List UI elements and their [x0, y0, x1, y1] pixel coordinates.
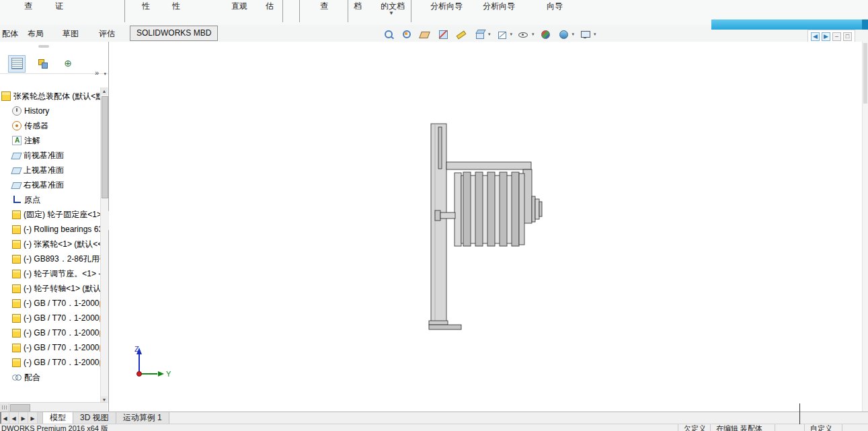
ribbon-button-label[interactable]: 向导 — [547, 1, 563, 12]
displaymanager-tab[interactable]: ⊕ — [59, 55, 77, 73]
panel-caret-button[interactable]: ▾ — [104, 71, 106, 77]
plane-icon — [11, 167, 22, 174]
component-icon — [12, 299, 21, 308]
ribbon-tab-assembly[interactable]: 配体 — [0, 27, 24, 40]
tree-item[interactable]: History — [1, 104, 101, 118]
ribbon-button-label[interactable]: 查 — [320, 1, 328, 12]
tree-item[interactable]: 右视基准面 — [1, 178, 101, 192]
ribbon-tab-solidworks-mbd[interactable]: SOLIDWORKS MBD — [130, 26, 218, 41]
scrollbar-thumb[interactable] — [102, 96, 108, 198]
tree-item-label: 原点 — [24, 194, 40, 206]
hide-show-items-button[interactable] — [515, 27, 531, 42]
app-window: 查 证 性 性 直观 估 查 档 的文档 ▼ 分析向导 分析向导 向导 配体 布… — [0, 0, 868, 431]
apply-scene-button[interactable] — [555, 27, 571, 42]
tree-item[interactable]: (-) 张紧轮<1> (默认<< — [1, 237, 101, 251]
tree-item[interactable]: 上视基准面 — [1, 163, 101, 178]
ribbon-tab-layout[interactable]: 布局 — [22, 27, 50, 40]
panel-overflow-button[interactable]: » — [95, 69, 99, 77]
ribbon-button-label[interactable]: 性 — [172, 1, 180, 12]
tree-item[interactable]: (-) GB / T70．1-2000内 — [1, 340, 101, 355]
featuremanager-tab[interactable] — [8, 55, 26, 73]
tree-item-label: (-) GB893．2-86孔用弹 — [24, 253, 101, 265]
tab-motion-study[interactable]: 运动算例 1 — [116, 412, 169, 424]
tree-item[interactable]: 注解 — [1, 133, 101, 148]
viewport-vertical-scrollbar[interactable] — [862, 42, 868, 412]
dropdown-arrow-icon[interactable]: ▾ — [572, 32, 575, 37]
ribbon-button-label[interactable]: 性 — [142, 1, 150, 12]
panel-horizontal-scrollbar[interactable] — [0, 402, 108, 412]
scrollbar-thumb[interactable] — [863, 43, 867, 104]
restore-button[interactable]: □ — [843, 32, 852, 41]
ribbon-tab-sketch[interactable]: 草图 — [56, 27, 85, 40]
tree-item[interactable]: 原点 — [1, 192, 101, 207]
annotations-icon — [12, 136, 22, 145]
tree-item[interactable]: (-) Rolling bearings 63 — [1, 222, 101, 237]
ribbon-button-label[interactable]: 查 — [24, 1, 32, 12]
dropdown-arrow-icon[interactable]: ▾ — [488, 32, 491, 37]
display-style-button[interactable] — [494, 27, 510, 42]
tree-item[interactable]: (-) GB / T70．1-2000内 — [1, 311, 101, 325]
ribbon-button-label[interactable]: 证 — [55, 1, 63, 12]
panel-grip[interactable] — [38, 45, 49, 48]
component-icon — [12, 210, 21, 219]
tree-item[interactable]: (-) GB / T70．1-2000内 — [1, 355, 101, 370]
nav-back-button[interactable]: ◀ — [811, 32, 820, 41]
edit-appearance-button[interactable] — [537, 27, 553, 42]
first-tab-button[interactable]: ◀ — [0, 412, 9, 424]
tree-item[interactable]: (-) 轮子调节座。<1> -> — [1, 266, 101, 281]
last-tab-button[interactable]: ▶ — [28, 412, 38, 424]
tree-item-label: 注解 — [24, 135, 40, 147]
next-tab-button[interactable]: ▶ — [19, 412, 28, 424]
display-manager-icon: ⊕ — [63, 58, 73, 69]
ribbon-button-label[interactable]: 分析向导 — [430, 1, 463, 12]
tree-root-item[interactable]: 张紧轮总装配体 (默认<默认 — [1, 89, 101, 104]
ribbon-button-label[interactable]: 分析向导 — [483, 1, 515, 12]
dropdown-arrow-icon[interactable]: ▾ — [532, 32, 535, 37]
tree-item[interactable]: (-) 轮子转轴<1> (默认< — [1, 281, 101, 296]
tree-item[interactable]: (-) GB / T70．1-2000内 — [1, 296, 101, 311]
ribbon-button-label[interactable]: 估 — [266, 1, 274, 12]
minimize-button[interactable]: – — [832, 32, 841, 41]
model-3d-view: Z Y — [109, 42, 863, 412]
tree-item[interactable]: 传感器 — [1, 118, 101, 133]
scroll-up-button[interactable]: ▲ — [101, 87, 108, 95]
status-under-defined: 欠定义 — [678, 424, 710, 431]
zoom-fit-button[interactable] — [381, 27, 397, 42]
tab-model[interactable]: 模型 — [43, 412, 73, 424]
tree-item[interactable]: (固定) 轮子固定座<1> - — [1, 207, 101, 222]
stray-caret-line — [799, 403, 800, 424]
zoom-area-button[interactable] — [399, 27, 415, 42]
tree-item-label: 右视基准面 — [24, 180, 64, 191]
dropdown-arrow-icon[interactable]: ▾ — [594, 32, 596, 37]
model-shaft[interactable] — [532, 196, 542, 222]
configurationmanager-tab[interactable] — [34, 55, 51, 73]
triad-y-label: Y — [166, 370, 171, 378]
plane-icon — [11, 153, 22, 159]
dynamic-annotation-button[interactable] — [453, 27, 469, 42]
dynamic-annotation-icon — [456, 29, 467, 40]
view-settings-button[interactable] — [577, 27, 593, 42]
tree-item[interactable]: (-) GB / T70．1-2000内 — [1, 325, 101, 340]
nav-forward-button[interactable]: ▶ — [822, 32, 830, 41]
section-view-button[interactable] — [435, 27, 451, 42]
view-orientation-button[interactable] — [471, 27, 487, 42]
previous-tab-button[interactable]: ◀ — [9, 412, 19, 424]
panel-vertical-scrollbar[interactable]: ▲ ▼ — [100, 87, 108, 403]
ribbon-tab-evaluate[interactable]: 评估 — [93, 27, 121, 40]
previous-view-button[interactable] — [417, 27, 433, 42]
tab-3d-views[interactable]: 3D 视图 — [73, 412, 116, 424]
sensors-icon — [12, 121, 22, 130]
tree-item[interactable]: (-) GB893．2-86孔用弹 — [1, 251, 101, 266]
tab-splitter[interactable] — [38, 412, 43, 424]
ribbon-dropdown-icon[interactable]: ▼ — [389, 10, 394, 16]
model-pulley[interactable] — [455, 172, 524, 246]
ribbon-button-label[interactable]: 直观 — [231, 1, 247, 12]
tree-item[interactable]: 配合 — [1, 370, 101, 385]
ribbon-button-label[interactable]: 档 — [354, 1, 362, 12]
dropdown-arrow-icon[interactable]: ▾ — [510, 32, 513, 37]
graphics-area[interactable]: Z Y — [109, 42, 863, 412]
tree-item[interactable]: 前视基准面 — [1, 148, 101, 163]
panel-corner-grip[interactable] — [0, 403, 9, 412]
component-icon — [12, 240, 21, 249]
history-icon — [12, 106, 22, 116]
